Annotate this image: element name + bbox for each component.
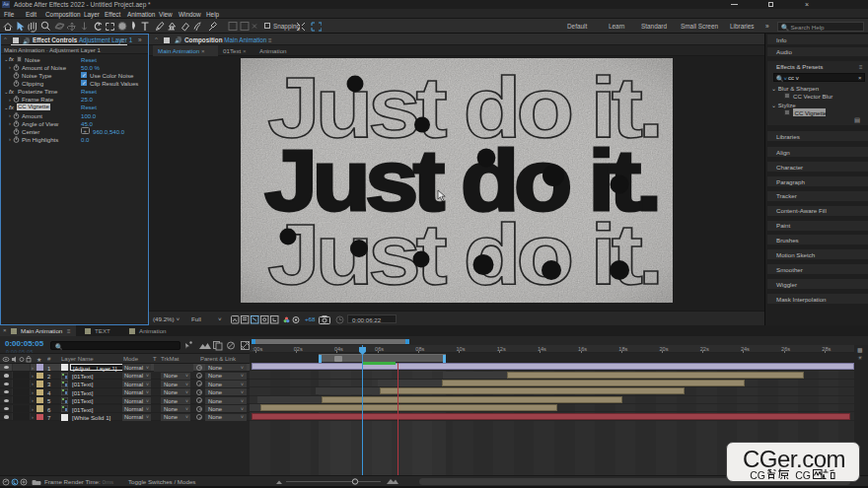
- svg-text:CG: CG: [750, 469, 765, 481]
- svg-text:CG: CG: [795, 469, 811, 481]
- svg-text:Just do it.: Just do it.: [267, 205, 659, 303]
